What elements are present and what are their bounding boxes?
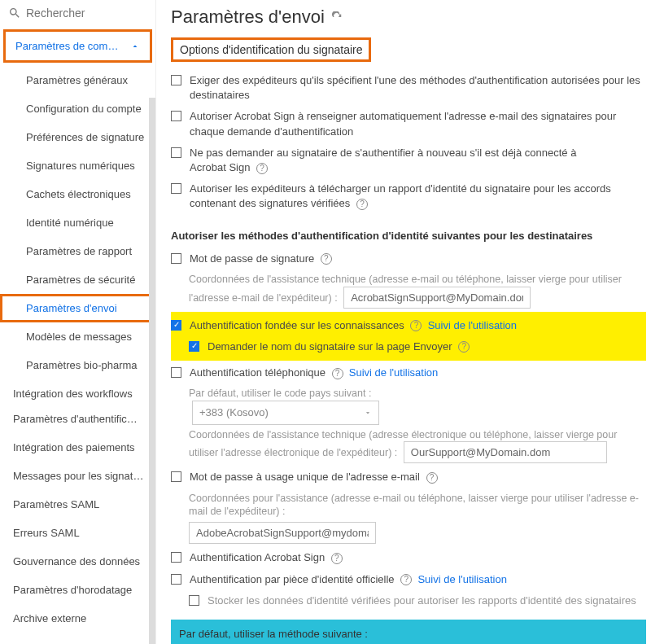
opt-text: Mot de passe à usage unique de l'adresse… (190, 471, 420, 483)
opt-kba-request-name: Demander le nom du signataire sur la pag… (171, 336, 646, 357)
info-icon[interactable]: ? (332, 368, 343, 379)
opt-gov-id-auth: Authentification par pièce d'identité of… (171, 569, 646, 590)
nav-item-digital-signatures[interactable]: Signatures numériques (0, 151, 155, 180)
opt-email-otp: Mot de passe à usage unique de l'adresse… (171, 467, 646, 488)
info-icon[interactable]: ? (321, 253, 332, 265)
gov-usage-link[interactable]: Suivi de l'utilisation (417, 573, 506, 585)
opt-text: Authentification Acrobat Sign (190, 551, 325, 563)
info-icon[interactable]: ? (426, 472, 438, 484)
opt-signature-password: Mot de passe de signature ? (171, 248, 646, 269)
checkbox[interactable] (189, 595, 199, 606)
nav-header-label: Paramètres de com… (15, 40, 130, 52)
nav-item-general[interactable]: Paramètres généraux (0, 66, 155, 94)
opt-label: Authentification fondée sur les connaiss… (190, 318, 646, 333)
chevron-up-icon (130, 42, 140, 51)
nav-item-payment-integration[interactable]: Intégration des paiements (0, 433, 155, 462)
nav-item-auth-settings[interactable]: Paramètres d'authentific… (0, 405, 155, 433)
nav-item-saml-settings[interactable]: Paramètres SAML (0, 490, 155, 519)
main-content: Paramètres d'envoi Options d'identificat… (156, 0, 651, 644)
nav-account-settings-header[interactable]: Paramètres de com… (3, 29, 152, 63)
opt-label: Authentification par pièce d'identité of… (190, 572, 646, 587)
opt-kba: Authentification fondée sur les connaiss… (171, 315, 646, 336)
checkbox[interactable] (171, 367, 181, 378)
checkbox[interactable] (171, 75, 181, 85)
opt-label: Autoriser les expéditeurs à télécharger … (190, 182, 646, 211)
checkbox[interactable] (171, 253, 181, 264)
pw-support-hint: Coordonnées de l'assistance technique (a… (189, 273, 646, 309)
opt-download-id-report: Autoriser les expéditeurs à télécharger … (171, 178, 646, 214)
pw-support-input[interactable] (343, 287, 531, 309)
default-method-label: Par défaut, utiliser la méthode suivante… (179, 628, 638, 640)
select-value: +383 (Kosovo) (199, 405, 269, 420)
opt-require-auth-method: Exiger des expéditeurs qu'ils spécifient… (171, 70, 646, 106)
opt-text: Authentification téléphonique (190, 366, 326, 379)
opt-label: Authentification téléphonique ? Suivi de… (190, 366, 646, 380)
info-icon[interactable]: ? (458, 341, 470, 353)
checkbox[interactable] (171, 147, 181, 158)
checkbox[interactable] (171, 574, 181, 585)
nav-item-security-settings[interactable]: Paramètres de sécurité (0, 265, 155, 294)
nav-item-account-config[interactable]: Configuration du compte (0, 94, 155, 123)
hint-text: Coordonnées pour l'assistance (adresse e… (189, 493, 639, 518)
opt-label: Demander le nom du signataire sur la pag… (208, 340, 646, 354)
opt-phone-auth: Authentification téléphonique ? Suivi de… (171, 362, 646, 383)
opt-label: Autoriser Acrobat Sign à renseigner auto… (190, 109, 646, 138)
nav-item-external-archive[interactable]: Archive externe (0, 604, 155, 633)
auth-methods-heading: Autoriser les méthodes d'authentificatio… (171, 230, 646, 242)
info-icon[interactable]: ? (400, 574, 412, 585)
opt-text-a: Ne pas demander au signataire de s'authe… (190, 147, 576, 159)
opt-gov-store-data: Stocker les données d'identité vérifiées… (171, 590, 646, 611)
phone-support-input[interactable] (404, 441, 607, 463)
kba-usage-link[interactable]: Suivi de l'utilisation (428, 319, 517, 331)
nav-item-eseals[interactable]: Cachets électroniques (0, 180, 155, 208)
page-title: Paramètres d'envoi (171, 7, 325, 28)
nav-item-timestamp-settings[interactable]: Paramètres d'horodatage (0, 576, 155, 604)
nav-item-signature-prefs[interactable]: Préférences de signature (0, 123, 155, 151)
opt-label: Mot de passe de signature ? (190, 252, 646, 266)
info-icon[interactable]: ? (331, 553, 343, 564)
info-icon[interactable]: ? (410, 320, 422, 331)
search-icon (8, 7, 21, 20)
opt-text-b: Acrobat Sign (190, 161, 250, 173)
opt-label: Stocker les données d'identité vérifiées… (208, 594, 646, 608)
phone-support-hint: Coordonnées de l'assistance technique (a… (189, 428, 646, 464)
nav-item-saml-errors[interactable]: Erreurs SAML (0, 519, 155, 547)
opt-acrobat-sign-auth: Authentification Acrobat Sign ? (171, 547, 646, 568)
refresh-icon[interactable] (331, 11, 343, 23)
opt-text: Demander le nom du signataire sur la pag… (208, 340, 452, 353)
nav-item-report-settings[interactable]: Paramètres de rapport (0, 237, 155, 265)
search-input[interactable] (26, 7, 132, 20)
nav-list-workflow: Paramètres d'authentific… Intégration de… (0, 405, 155, 633)
info-icon[interactable]: ? (256, 163, 268, 174)
checkbox[interactable] (171, 183, 181, 194)
nav-item-signer-messages[interactable]: Messages pour les signat… (0, 462, 155, 490)
nav-section-workflow[interactable]: Intégration des workflows (0, 379, 155, 405)
hint-text: Par défaut, utiliser le code pays suivan… (189, 388, 371, 399)
info-icon[interactable]: ? (356, 199, 368, 210)
default-method-highlight: Par défaut, utiliser la méthode suivante… (171, 620, 646, 644)
nav-item-message-templates[interactable]: Modèles de messages (0, 322, 155, 351)
opt-text: Mot de passe de signature (190, 252, 314, 265)
nav-item-digital-identity[interactable]: Identité numérique (0, 208, 155, 237)
opt-label: Mot de passe à usage unique de l'adresse… (190, 470, 646, 484)
checkbox[interactable] (171, 552, 181, 563)
nav-item-data-governance[interactable]: Gouvernance des données (0, 547, 155, 576)
nav-item-send-settings[interactable]: Paramètres d'envoi (0, 294, 155, 322)
opt-text: Authentification par pièce d'identité of… (190, 573, 395, 585)
sidebar: Paramètres de com… Paramètres généraux C… (0, 0, 156, 644)
opt-label: Ne pas demander au signataire de s'authe… (190, 146, 646, 175)
checkbox[interactable] (171, 320, 181, 331)
page-title-row: Paramètres d'envoi (171, 7, 646, 28)
sidebar-scrollbar[interactable] (149, 98, 155, 644)
search-row (0, 0, 155, 26)
opt-autofill-email: Autoriser Acrobat Sign à renseigner auto… (171, 106, 646, 142)
checkbox[interactable] (189, 341, 199, 352)
nav-list-account: Paramètres généraux Configuration du com… (0, 66, 155, 379)
otp-support-input[interactable] (189, 522, 376, 544)
checkbox[interactable] (171, 111, 181, 121)
nav-item-biopharma[interactable]: Paramètres bio-pharma (0, 351, 155, 379)
opt-text: Autoriser les expéditeurs à télécharger … (190, 182, 611, 209)
checkbox[interactable] (171, 471, 181, 482)
phone-usage-link[interactable]: Suivi de l'utilisation (349, 366, 438, 379)
country-code-select[interactable]: +383 (Kosovo) (192, 401, 379, 425)
